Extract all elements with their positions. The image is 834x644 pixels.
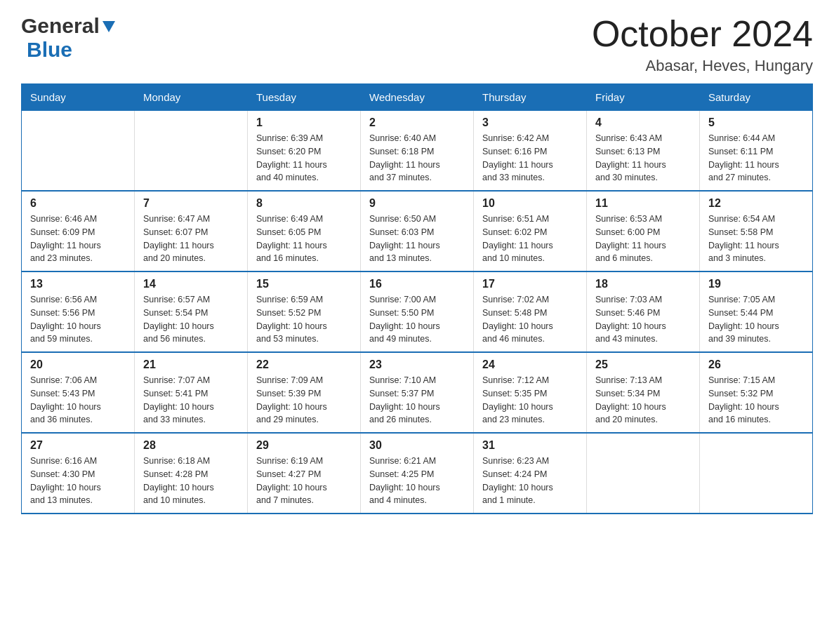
day-number: 23 xyxy=(369,358,465,371)
day-number: 25 xyxy=(595,358,691,371)
day-info: Sunrise: 7:12 AM Sunset: 5:35 PM Dayligh… xyxy=(482,374,578,427)
calendar-cell: 17Sunrise: 7:02 AM Sunset: 5:48 PM Dayli… xyxy=(474,271,587,352)
day-info: Sunrise: 6:59 AM Sunset: 5:52 PM Dayligh… xyxy=(256,293,352,346)
day-info: Sunrise: 6:42 AM Sunset: 6:16 PM Dayligh… xyxy=(482,132,578,185)
day-info: Sunrise: 7:02 AM Sunset: 5:48 PM Dayligh… xyxy=(482,293,578,346)
header-cell-sunday: Sunday xyxy=(22,84,135,111)
day-info: Sunrise: 7:00 AM Sunset: 5:50 PM Dayligh… xyxy=(369,293,465,346)
day-number: 22 xyxy=(256,358,352,371)
day-info: Sunrise: 6:44 AM Sunset: 6:11 PM Dayligh… xyxy=(708,132,804,185)
day-number: 15 xyxy=(256,278,352,290)
week-row-1: 1Sunrise: 6:39 AM Sunset: 6:20 PM Daylig… xyxy=(22,111,813,192)
calendar-cell: 26Sunrise: 7:15 AM Sunset: 5:32 PM Dayli… xyxy=(700,352,813,433)
day-info: Sunrise: 7:07 AM Sunset: 5:41 PM Dayligh… xyxy=(143,374,239,427)
day-number: 19 xyxy=(708,278,804,290)
calendar-cell: 20Sunrise: 7:06 AM Sunset: 5:43 PM Dayli… xyxy=(22,352,135,433)
calendar-header: SundayMondayTuesdayWednesdayThursdayFrid… xyxy=(22,84,813,111)
day-info: Sunrise: 6:21 AM Sunset: 4:25 PM Dayligh… xyxy=(369,455,465,507)
day-number: 21 xyxy=(143,358,239,371)
day-number: 8 xyxy=(256,197,352,210)
day-number: 3 xyxy=(482,116,578,129)
calendar-cell: 12Sunrise: 6:54 AM Sunset: 5:58 PM Dayli… xyxy=(700,191,813,271)
day-info: Sunrise: 7:15 AM Sunset: 5:32 PM Dayligh… xyxy=(708,374,804,427)
day-number: 27 xyxy=(30,439,126,452)
day-number: 12 xyxy=(708,197,804,210)
day-number: 2 xyxy=(369,116,465,129)
header-cell-monday: Monday xyxy=(135,84,248,111)
day-number: 13 xyxy=(30,278,126,290)
day-number: 26 xyxy=(708,358,804,371)
page-header: General Blue October 2024 Abasar, Heves,… xyxy=(21,14,813,75)
calendar-cell: 29Sunrise: 6:19 AM Sunset: 4:27 PM Dayli… xyxy=(248,433,361,514)
calendar-body: 1Sunrise: 6:39 AM Sunset: 6:20 PM Daylig… xyxy=(22,111,813,514)
day-number: 20 xyxy=(30,358,126,371)
calendar-cell: 27Sunrise: 6:16 AM Sunset: 4:30 PM Dayli… xyxy=(22,433,135,514)
day-info: Sunrise: 6:19 AM Sunset: 4:27 PM Dayligh… xyxy=(256,455,352,507)
page-title: October 2024 xyxy=(592,14,813,54)
logo-general-text: General xyxy=(21,14,100,38)
page-subtitle: Abasar, Heves, Hungary xyxy=(592,57,813,75)
calendar-cell: 8Sunrise: 6:49 AM Sunset: 6:05 PM Daylig… xyxy=(248,191,361,271)
calendar-cell: 11Sunrise: 6:53 AM Sunset: 6:00 PM Dayli… xyxy=(587,191,700,271)
day-info: Sunrise: 6:53 AM Sunset: 6:00 PM Dayligh… xyxy=(595,213,691,265)
day-number: 4 xyxy=(595,116,691,129)
calendar-cell xyxy=(135,111,248,192)
calendar-cell: 10Sunrise: 6:51 AM Sunset: 6:02 PM Dayli… xyxy=(474,191,587,271)
day-number: 28 xyxy=(143,439,239,452)
week-row-4: 20Sunrise: 7:06 AM Sunset: 5:43 PM Dayli… xyxy=(22,352,813,433)
day-info: Sunrise: 7:05 AM Sunset: 5:44 PM Dayligh… xyxy=(708,293,804,346)
day-info: Sunrise: 7:13 AM Sunset: 5:34 PM Dayligh… xyxy=(595,374,691,427)
day-info: Sunrise: 6:47 AM Sunset: 6:07 PM Dayligh… xyxy=(143,213,239,265)
logo: General Blue xyxy=(21,14,117,62)
header-cell-friday: Friday xyxy=(587,84,700,111)
calendar-cell xyxy=(587,433,700,514)
day-number: 18 xyxy=(595,278,691,290)
calendar-cell: 15Sunrise: 6:59 AM Sunset: 5:52 PM Dayli… xyxy=(248,271,361,352)
day-info: Sunrise: 6:39 AM Sunset: 6:20 PM Dayligh… xyxy=(256,132,352,185)
week-row-2: 6Sunrise: 6:46 AM Sunset: 6:09 PM Daylig… xyxy=(22,191,813,271)
header-cell-tuesday: Tuesday xyxy=(248,84,361,111)
day-info: Sunrise: 7:06 AM Sunset: 5:43 PM Dayligh… xyxy=(30,374,126,427)
calendar-table: SundayMondayTuesdayWednesdayThursdayFrid… xyxy=(21,83,813,514)
day-number: 9 xyxy=(369,197,465,210)
calendar-cell: 19Sunrise: 7:05 AM Sunset: 5:44 PM Dayli… xyxy=(700,271,813,352)
day-info: Sunrise: 7:09 AM Sunset: 5:39 PM Dayligh… xyxy=(256,374,352,427)
calendar-cell: 23Sunrise: 7:10 AM Sunset: 5:37 PM Dayli… xyxy=(361,352,474,433)
day-number: 11 xyxy=(595,197,691,210)
calendar-cell xyxy=(22,111,135,192)
day-info: Sunrise: 6:46 AM Sunset: 6:09 PM Dayligh… xyxy=(30,213,126,265)
day-info: Sunrise: 6:51 AM Sunset: 6:02 PM Dayligh… xyxy=(482,213,578,265)
day-number: 29 xyxy=(256,439,352,452)
calendar-cell: 1Sunrise: 6:39 AM Sunset: 6:20 PM Daylig… xyxy=(248,111,361,192)
calendar-cell: 21Sunrise: 7:07 AM Sunset: 5:41 PM Dayli… xyxy=(135,352,248,433)
calendar-cell: 25Sunrise: 7:13 AM Sunset: 5:34 PM Dayli… xyxy=(587,352,700,433)
calendar-cell: 13Sunrise: 6:56 AM Sunset: 5:56 PM Dayli… xyxy=(22,271,135,352)
logo-triangle-icon xyxy=(101,18,117,34)
calendar-cell xyxy=(700,433,813,514)
day-info: Sunrise: 6:54 AM Sunset: 5:58 PM Dayligh… xyxy=(708,213,804,265)
day-number: 31 xyxy=(482,439,578,452)
day-number: 7 xyxy=(143,197,239,210)
day-number: 16 xyxy=(369,278,465,290)
day-info: Sunrise: 7:03 AM Sunset: 5:46 PM Dayligh… xyxy=(595,293,691,346)
week-row-3: 13Sunrise: 6:56 AM Sunset: 5:56 PM Dayli… xyxy=(22,271,813,352)
calendar-cell: 18Sunrise: 7:03 AM Sunset: 5:46 PM Dayli… xyxy=(587,271,700,352)
day-info: Sunrise: 6:56 AM Sunset: 5:56 PM Dayligh… xyxy=(30,293,126,346)
calendar-cell: 28Sunrise: 6:18 AM Sunset: 4:28 PM Dayli… xyxy=(135,433,248,514)
day-number: 10 xyxy=(482,197,578,210)
day-number: 30 xyxy=(369,439,465,452)
header-cell-thursday: Thursday xyxy=(474,84,587,111)
calendar-cell: 9Sunrise: 6:50 AM Sunset: 6:03 PM Daylig… xyxy=(361,191,474,271)
logo-blue-text: Blue xyxy=(27,38,72,62)
logo-wrapper: General xyxy=(21,14,117,38)
calendar-cell: 16Sunrise: 7:00 AM Sunset: 5:50 PM Dayli… xyxy=(361,271,474,352)
calendar-cell: 14Sunrise: 6:57 AM Sunset: 5:54 PM Dayli… xyxy=(135,271,248,352)
day-number: 24 xyxy=(482,358,578,371)
calendar-cell: 7Sunrise: 6:47 AM Sunset: 6:07 PM Daylig… xyxy=(135,191,248,271)
calendar-cell: 30Sunrise: 6:21 AM Sunset: 4:25 PM Dayli… xyxy=(361,433,474,514)
week-row-5: 27Sunrise: 6:16 AM Sunset: 4:30 PM Dayli… xyxy=(22,433,813,514)
title-area: October 2024 Abasar, Heves, Hungary xyxy=(592,14,813,75)
day-info: Sunrise: 6:40 AM Sunset: 6:18 PM Dayligh… xyxy=(369,132,465,185)
header-cell-saturday: Saturday xyxy=(700,84,813,111)
day-number: 1 xyxy=(256,116,352,129)
